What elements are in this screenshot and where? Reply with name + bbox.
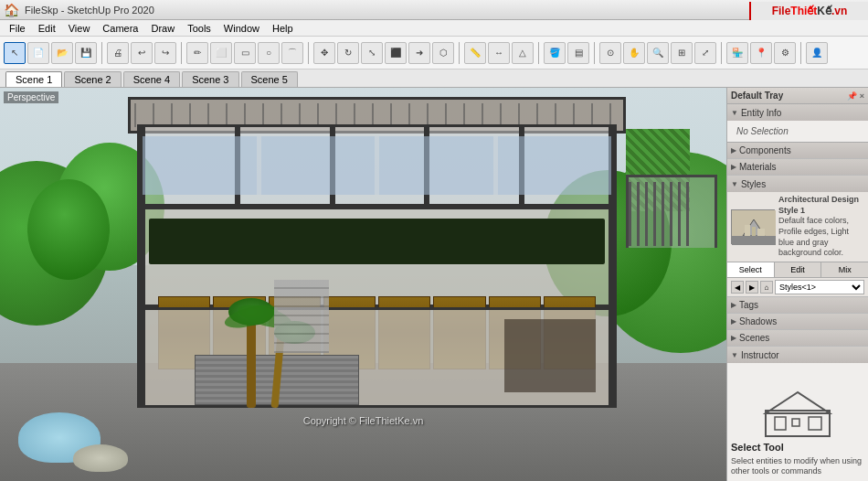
style-dropdown[interactable]: Styles<1> <box>775 280 864 294</box>
extension-button[interactable]: ⚙ <box>774 42 796 64</box>
app-icon: 🏠 <box>4 3 19 17</box>
scene-tab-4[interactable]: Scene 4 <box>123 71 180 87</box>
print-button[interactable]: 🖨 <box>107 42 129 64</box>
open-button[interactable]: 📂 <box>51 42 73 64</box>
circle-tool-button[interactable]: ○ <box>258 42 280 64</box>
materials-section[interactable]: ▶ Materials <box>727 159 868 176</box>
scene-tab-1[interactable]: Scene 1 <box>5 71 62 87</box>
collapse-arrow-icon: ▶ <box>731 317 736 326</box>
panel-close-icon[interactable]: × <box>860 91 864 101</box>
staircase <box>274 280 329 353</box>
menu-window[interactable]: Window <box>218 22 265 35</box>
style-tab-select[interactable]: Select <box>727 262 775 277</box>
new-button[interactable]: 📄 <box>27 42 49 64</box>
styles-header[interactable]: ▼ Styles <box>727 176 868 192</box>
menu-tools[interactable]: Tools <box>182 22 217 35</box>
shadows-title: Shadows <box>739 316 777 326</box>
entity-info-section: ▼ Entity Info No Selection <box>727 104 868 143</box>
select-tool-button[interactable]: ↖ <box>4 42 26 64</box>
protractor-button[interactable]: △ <box>512 42 534 64</box>
warehouse-button[interactable]: 🏪 <box>726 42 748 64</box>
menu-view[interactable]: View <box>63 22 96 35</box>
style-thumb-svg <box>732 210 776 245</box>
paint-bucket-button[interactable]: 🪣 <box>544 42 566 64</box>
zoom-extents-button[interactable]: ⤢ <box>694 42 716 64</box>
instructor-header[interactable]: ▼ Instructor <box>727 347 868 363</box>
components-section[interactable]: ▶ Components <box>727 143 868 159</box>
entity-info-header[interactable]: ▼ Entity Info <box>727 104 868 121</box>
instructor-content: Select Tool Select entities to modify wh… <box>727 363 868 481</box>
titlebar: 🏠 FileSkp - SketchUp Pro 2020 FileThiếtK… <box>0 0 868 20</box>
shadows-section[interactable]: ▶ Shadows <box>727 314 868 330</box>
dimensions-button[interactable]: ↔ <box>488 42 510 64</box>
panel-header-icons[interactable]: 📌 × <box>847 91 864 101</box>
scene-tab-3[interactable]: Scene 3 <box>182 71 238 87</box>
follow-me-button[interactable]: ➜ <box>408 42 430 64</box>
save-button[interactable]: 💾 <box>75 42 97 64</box>
instructor-tool-title: Select Tool <box>731 442 784 453</box>
rectangle-tool-button[interactable]: ▭ <box>234 42 256 64</box>
building <box>137 124 617 371</box>
collapse-arrow-icon: ▼ <box>731 109 738 117</box>
style-tab-edit[interactable]: Edit <box>775 262 822 277</box>
tape-measure-button[interactable]: 📏 <box>464 42 486 64</box>
svg-rect-4 <box>757 229 765 236</box>
menu-draw[interactable]: Draw <box>145 22 180 35</box>
menubar: File Edit View Camera Draw Tools Window … <box>0 20 868 37</box>
instructor-header-title: Instructor <box>741 350 779 360</box>
push-pull-button[interactable]: ⬛ <box>385 42 407 64</box>
pencil-tool-button[interactable]: ✏ <box>186 42 208 64</box>
style-back-button[interactable]: ◀ <box>731 281 744 294</box>
person-button[interactable]: 👤 <box>806 42 828 64</box>
panel-pin-icon[interactable]: 📌 <box>847 91 857 101</box>
branding-logo: FileThiếtKế.vn <box>749 2 868 20</box>
style-tabs: Select Edit Mix <box>727 262 868 278</box>
titlebar-left: 🏠 FileSkp - SketchUp Pro 2020 <box>4 3 154 17</box>
style-thumbnail <box>731 209 775 244</box>
arc-tool-button[interactable]: ⌒ <box>281 42 303 64</box>
style-dropdown-row: ◀ ▶ ⌂ Styles<1> <box>727 278 868 296</box>
toolbar-separator-2 <box>181 42 182 64</box>
move-tool-button[interactable]: ✥ <box>313 42 335 64</box>
undo-button[interactable]: ↩ <box>131 42 153 64</box>
floor-1 <box>137 307 617 408</box>
scene-tab-5[interactable]: Scene 5 <box>241 71 298 87</box>
style-info: Architectural Design Style 1 Default fac… <box>778 195 864 259</box>
svg-rect-8 <box>775 417 786 430</box>
style-tab-mix[interactable]: Mix <box>821 262 868 277</box>
zoom-window-button[interactable]: ⊞ <box>671 42 693 64</box>
menu-edit[interactable]: Edit <box>33 22 61 35</box>
rotate-tool-button[interactable]: ↻ <box>337 42 359 64</box>
v-frame <box>140 209 145 305</box>
orbit-button[interactable]: ⊙ <box>599 42 621 64</box>
add-location-button[interactable]: 📍 <box>750 42 772 64</box>
viewport[interactable]: Perspective Copyright © FileThietKe.vn <box>0 88 726 481</box>
toolbar-separator-4 <box>459 42 460 64</box>
redo-button[interactable]: ↪ <box>154 42 176 64</box>
collapse-arrow-icon: ▶ <box>731 163 736 171</box>
floor-2 <box>137 207 617 307</box>
menu-help[interactable]: Help <box>267 22 299 35</box>
viewport-label: Perspective <box>4 91 58 103</box>
collapse-arrow-icon: ▶ <box>731 301 736 309</box>
scenes-panel-section[interactable]: ▶ Scenes <box>727 330 868 347</box>
main-area: Perspective Copyright © FileThietKe.vn D… <box>0 88 868 481</box>
tags-title: Tags <box>739 300 758 310</box>
styles-title: Styles <box>741 179 766 189</box>
style-home-button[interactable]: ⌂ <box>760 281 773 294</box>
svg-rect-5 <box>732 236 776 245</box>
offset-button[interactable]: ⬡ <box>432 42 454 64</box>
scene-tab-2[interactable]: Scene 2 <box>64 71 121 87</box>
menu-camera[interactable]: Camera <box>97 22 143 35</box>
copyright-text: Copyright © FileThietKe.vn <box>303 415 424 426</box>
tags-section[interactable]: ▶ Tags <box>727 297 868 314</box>
components-title: Components <box>739 145 791 155</box>
style-forward-button[interactable]: ▶ <box>746 281 758 294</box>
svg-rect-3 <box>752 227 756 236</box>
eraser-tool-button[interactable]: ⬜ <box>210 42 232 64</box>
scale-tool-button[interactable]: ⤡ <box>361 42 383 64</box>
zoom-button[interactable]: 🔍 <box>647 42 669 64</box>
pan-button[interactable]: ✋ <box>623 42 645 64</box>
menu-file[interactable]: File <box>4 22 31 35</box>
section-plane-button[interactable]: ▤ <box>567 42 589 64</box>
